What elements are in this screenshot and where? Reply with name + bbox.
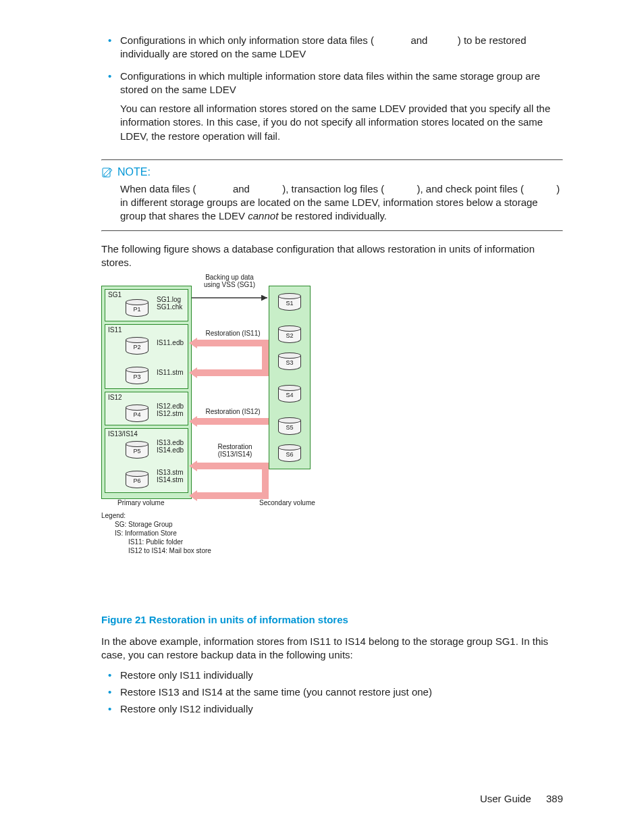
arrow-backup: [189, 291, 270, 305]
sg1-tag: SG1: [108, 291, 122, 298]
primary-volume-label: Primary volume: [117, 499, 164, 506]
bullet-text: Configurations in which only information…: [120, 34, 374, 46]
is12-tag: IS12: [108, 394, 122, 401]
svg-rect-5: [197, 369, 269, 376]
file-label: IS11.edb: [157, 340, 184, 347]
top-bullet-list: Configurations in which only information…: [101, 34, 563, 143]
figure-21: Backing up data using VSS (SG1) SG1 P1 S…: [101, 276, 563, 607]
restore-label-is12: Restoration (IS12): [203, 409, 263, 416]
footer-guide: User Guide: [480, 793, 531, 804]
page-footer: User Guide 389: [480, 793, 563, 804]
figure-caption: Figure 21 Restoration in units of inform…: [101, 614, 563, 625]
arrow-restore-is12: [189, 415, 270, 429]
bullet-text: and: [410, 34, 430, 46]
note-body: When data files ( and ), transaction log…: [101, 182, 563, 224]
secondary-volume-column: S1 S2 S3 S4 S5 S6: [269, 286, 311, 469]
list-item: Restore IS13 and IS14 at the same time (…: [120, 686, 563, 698]
secondary-volume-label: Secondary volume: [259, 499, 315, 506]
svg-marker-13: [189, 490, 197, 501]
list-item: Restore only IS11 individually: [120, 669, 563, 681]
note-heading: NOTE:: [101, 166, 563, 178]
note-block: NOTE: When data files ( and ), transacti…: [101, 159, 563, 232]
arrow-restore-is11: [189, 336, 270, 383]
svg-marker-8: [189, 416, 197, 427]
note-icon: [101, 166, 113, 178]
legend-line: IS12 to IS14: Mail box store: [101, 546, 211, 555]
file-label: IS12.edb IS12.stm: [157, 403, 184, 417]
legend-line: SG: Storage Group: [101, 520, 211, 529]
intro-paragraph: The following figure shows a database co…: [101, 242, 563, 270]
file-label: IS13.edb IS14.edb: [157, 440, 184, 454]
bullet-text: Configurations in which multiple informa…: [120, 70, 540, 95]
bullet-item: Configurations in which only information…: [120, 34, 563, 61]
legend: Legend: SG: Storage Group IS: Informatio…: [101, 511, 211, 555]
svg-rect-9: [197, 463, 269, 469]
svg-marker-10: [189, 461, 197, 471]
divider: [101, 230, 563, 232]
divider: [101, 159, 563, 161]
bullet-item: Configurations in which multiple informa…: [120, 70, 563, 143]
primary-volume-column: SG1 P1 SG1.log SG1.chk IS11 P2 IS11.edb …: [101, 286, 192, 499]
svg-rect-7: [197, 418, 269, 425]
is11-tag: IS11: [108, 326, 122, 334]
backup-label: Backing up data using VSS (SG1): [199, 273, 260, 288]
svg-rect-12: [197, 492, 269, 499]
note-label: NOTE:: [117, 166, 151, 178]
list-item: Restore only IS12 individually: [120, 703, 563, 714]
restore-label-is1314: Restoration (IS13/IS14): [208, 444, 262, 458]
footer-page-number: 389: [546, 793, 563, 804]
restore-units-list: Restore only IS11 individually Restore I…: [101, 669, 563, 714]
file-label: SG1.log SG1.chk: [157, 296, 182, 311]
legend-title: Legend:: [101, 511, 211, 520]
arrow-restore-is1314: [189, 459, 270, 506]
is1314-tag: IS13/IS14: [108, 430, 138, 438]
svg-marker-3: [189, 338, 197, 348]
after-figure-paragraph: In the above example, information stores…: [101, 635, 563, 662]
file-label: IS13.stm IS14.stm: [157, 469, 183, 484]
bullet-followon: You can restore all information stores s…: [120, 102, 563, 143]
svg-rect-2: [197, 340, 269, 346]
legend-line: IS: Information Store: [101, 529, 211, 538]
svg-marker-6: [189, 367, 197, 378]
file-label: IS11.stm: [157, 369, 183, 377]
legend-line: IS11: Public folder: [101, 538, 211, 546]
